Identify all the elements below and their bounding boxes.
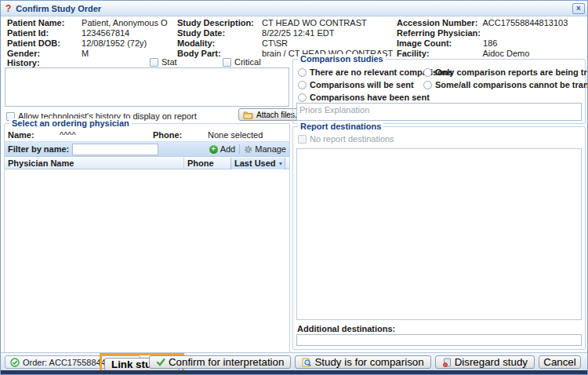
radio-only-reports-transmitted[interactable]: Only comparison reports are being transm… [423,67,588,77]
field-value: 12/08/1952 (72y) [82,38,147,48]
critical-checkbox[interactable]: Critical [223,57,261,67]
radio-label: Only comparison reports are being transm… [435,67,588,77]
checkbox-icon[interactable] [150,58,158,67]
radio-comparisons-have-been-sent[interactable]: Comparisons have been sent [298,93,430,102]
field-value: CT HEAD WO CONTRAST [262,18,367,27]
field-label: Modality: [177,38,260,49]
name-label: Name: [8,130,34,140]
cancel-label: Cancel [543,356,576,368]
radio-icon[interactable] [423,81,432,89]
gear-icon [244,145,252,154]
radio-comparisons-will-be-sent[interactable]: Comparisons will be sent [298,80,414,89]
report-destinations-group: Report destinations No report destinatio… [292,126,586,350]
image-count-row: Image Count: 186 [397,38,568,49]
radio-label: Comparisons will be sent [310,80,414,89]
physician-filter-toolbar: Filter by name: + Add Manage [5,141,289,157]
field-label: Facility: [397,49,481,59]
patient-id-row: Patient Id: 1234567814 [7,28,168,38]
add-physician-button[interactable]: + Add [209,144,236,154]
column-label: Phone [187,158,214,168]
column-label: Last Used [234,158,276,169]
report-destinations-list[interactable] [296,148,582,320]
magnifier-document-icon [302,358,311,367]
accession-number-row: Accession Number: ACC17558844813103 [397,18,568,28]
no-report-destinations-label: No report destinations [310,134,394,144]
column-header-phone[interactable]: Phone [183,158,230,169]
field-label: Patient DOB: [7,38,79,49]
filter-by-name-label: Filter by name: [8,144,69,154]
column-header-physician-name[interactable]: Physician Name [5,158,183,169]
close-button[interactable]: × [572,3,585,14]
additional-destinations-label: Additional destinations: [297,324,395,333]
critical-label: Critical [234,57,261,67]
priors-explanation-input[interactable] [296,103,582,121]
physician-table-body[interactable] [5,169,289,352]
field-value: 186 [483,38,497,48]
additional-destinations-input[interactable] [296,334,582,346]
footer-bar: Order: ACC17558844813103 Link studies Co… [1,352,587,370]
referring-physician-row: Referring Physician: [397,28,568,38]
field-value: Patient, Anonymous O [82,18,167,27]
phone-value: None selected [208,130,263,140]
no-report-destinations-checkbox: No report destinations [298,134,394,144]
comparison-label: Study is for comparison [314,356,423,368]
field-value: CT\SR [262,38,288,48]
help-icon: ? [5,3,11,14]
plus-icon: + [209,145,218,154]
field-value: M [82,49,89,58]
modality-row: Modality: CT\SR [177,38,393,49]
study-date-row: Study Date: 8/22/25 12:41 EDT [177,28,393,38]
accession-info-column: Accession Number: ACC17558844813103 Refe… [397,18,568,59]
field-label: Study Date: [177,28,260,38]
facility-row: Facility: Aidoc Demo [397,49,568,59]
disregard-document-icon [442,358,452,367]
toolbar-divider [239,144,240,154]
confirm-study-order-dialog: ? Confirm Study Order × Patient Name: Pa… [0,0,588,375]
history-textarea[interactable] [5,67,289,107]
manage-label: Manage [255,144,286,154]
footer-actions: Confirm for interpretation Study is for … [149,355,581,369]
field-label: Study Description: [177,18,260,28]
filter-by-name-input[interactable] [72,144,158,155]
field-value: 8/22/25 12:41 EDT [262,28,334,38]
field-value: 1234567814 [82,28,129,38]
confirm-label: Confirm for interpretation [169,356,284,368]
folder-icon [243,111,253,119]
confirm-for-interpretation-button[interactable]: Confirm for interpretation [149,355,291,369]
checkbox-icon [298,135,307,144]
field-label: Image Count: [397,38,481,49]
physician-table-header: Physician Name Phone Last Used ▼ [5,158,289,169]
disregard-study-button[interactable]: Disregard study [435,355,535,369]
manage-physicians-button[interactable]: Manage [244,144,286,154]
group-title: Report destinations [298,122,383,132]
checkbox-icon[interactable] [223,58,231,67]
field-label: Accession Number: [397,18,481,28]
study-info-column: Study Description: CT HEAD WO CONTRAST S… [177,18,393,59]
group-title: Comparison studies [298,54,386,64]
ordering-physician-group: Select an ordering physician Name: ^^^^ … [4,123,290,353]
study-is-for-comparison-button[interactable]: Study is for comparison [295,355,430,369]
radio-label: Comparisons have been sent [310,93,430,102]
column-header-last-used[interactable]: Last Used ▼ [230,158,285,169]
radio-icon[interactable] [423,68,432,77]
stat-checkbox[interactable]: Stat [150,57,177,67]
cancel-button[interactable]: Cancel [539,355,581,369]
radio-icon[interactable] [298,93,307,102]
name-value: ^^^^ [60,130,76,140]
radio-comparisons-cannot-be-transmitted[interactable]: Some/all comparisons cannot be transmitt… [423,80,588,89]
radio-icon[interactable] [298,68,307,77]
study-description-row: Study Description: CT HEAD WO CONTRAST [177,18,393,28]
close-icon: × [576,5,581,13]
selected-physician-row: Name: ^^^^ Phone: None selected [5,130,289,140]
sort-descending-icon: ▼ [278,158,284,169]
radio-label: Some/all comparisons cannot be transmitt… [435,80,588,89]
group-title: Select an ordering physician [9,118,132,129]
field-label: Referring Physician: [397,28,481,38]
titlebar: ? Confirm Study Order × [1,1,587,16]
radio-icon[interactable] [298,81,307,89]
patient-info-column: Patient Name: Patient, Anonymous O Patie… [7,18,168,59]
green-check-icon [156,358,165,366]
window-title: Confirm Study Order [16,4,101,13]
window-bottom-border [1,370,587,374]
field-label: Patient Name: [7,18,79,28]
